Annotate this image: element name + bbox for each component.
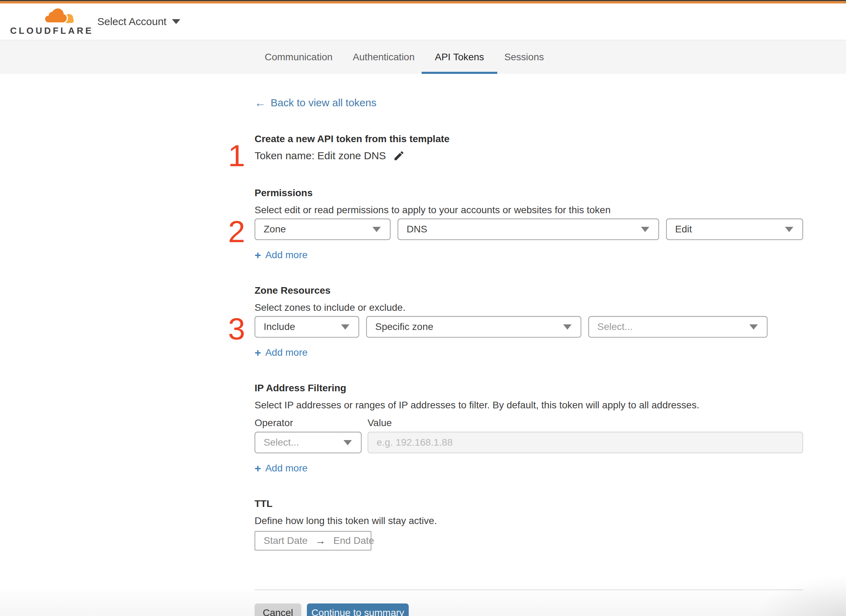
create-token-form: ← Back to view all tokens Create a new A… — [255, 74, 803, 616]
caret-down-icon — [641, 227, 649, 232]
selected-value: Zone — [263, 223, 286, 235]
ttl-date-range-picker[interactable]: Start Date → End Date — [255, 531, 371, 550]
permission-access-select[interactable]: Edit — [666, 219, 803, 240]
cloudflare-wordmark: CLOUDFLARE — [10, 25, 77, 36]
brand-accent-bar — [0, 1, 846, 3]
caret-down-icon — [563, 324, 572, 330]
chevron-down-icon — [172, 19, 180, 24]
tab-api-tokens[interactable]: API Tokens — [435, 40, 484, 74]
account-selector-label: Select Account — [97, 15, 166, 28]
caret-down-icon — [343, 440, 352, 445]
ip-filtering-labels: Operator Value — [255, 417, 803, 429]
continue-to-summary-button[interactable]: Continue to summary — [307, 603, 409, 616]
profile-tabbar: Communication Authentication API Tokens … — [0, 40, 846, 74]
caret-down-icon — [372, 227, 381, 232]
arrow-left-icon: ← — [255, 97, 266, 109]
caret-down-icon — [749, 324, 758, 330]
operator-label: Operator — [255, 417, 362, 429]
permissions-row: 2 Zone DNS Edit — [255, 219, 803, 240]
add-more-label: Add more — [265, 249, 308, 261]
tab-label: Sessions — [504, 51, 544, 63]
tab-label: Authentication — [353, 51, 415, 63]
zone-type-select[interactable]: Specific zone — [366, 316, 581, 337]
selected-value: Specific zone — [375, 321, 434, 333]
add-more-label: Add more — [265, 347, 308, 358]
ip-filtering-description: Select IP addresses or ranges of IP addr… — [255, 399, 803, 411]
token-name-row: 1 Token name: Edit zone DNS — [255, 148, 803, 163]
selected-value: Include — [263, 321, 295, 333]
back-to-tokens-link[interactable]: ← Back to view all tokens — [255, 97, 376, 109]
ttl-heading: TTL — [255, 498, 803, 510]
caret-down-icon — [785, 227, 793, 232]
plus-icon: + — [255, 348, 261, 358]
tab-label: Communication — [265, 51, 333, 63]
cancel-button[interactable]: Cancel — [255, 603, 301, 616]
back-link-label: Back to view all tokens — [271, 97, 376, 109]
permissions-heading: Permissions — [255, 187, 803, 199]
selected-value: DNS — [407, 223, 427, 235]
footer-actions: Cancel Continue to summary — [255, 603, 803, 616]
header: CLOUDFLARE Select Account — [0, 3, 846, 40]
token-name-text: Token name: Edit zone DNS — [255, 150, 386, 162]
plus-icon: + — [255, 463, 261, 473]
cloudflare-cloud-icon — [42, 7, 78, 24]
cloudflare-logo[interactable]: CLOUDFLARE — [10, 7, 77, 36]
pencil-icon — [393, 150, 405, 162]
permission-category-select[interactable]: DNS — [397, 219, 659, 240]
zone-picker-select[interactable]: Select... — [588, 316, 768, 337]
permission-scope-select[interactable]: Zone — [255, 219, 391, 240]
plus-icon: + — [255, 250, 261, 260]
ip-filtering-add-more-link[interactable]: + Add more — [255, 462, 308, 474]
arrow-right-icon: → — [315, 534, 326, 547]
ip-filtering-heading: IP Address Filtering — [255, 382, 803, 394]
value-label: Value — [368, 417, 392, 429]
zone-resources-row: 3 Include Specific zone Select... — [255, 316, 803, 337]
ttl-description: Define how long this token will stay act… — [255, 515, 803, 527]
selected-value: Edit — [675, 223, 692, 235]
start-date-placeholder: Start Date — [263, 535, 308, 547]
zone-mode-select[interactable]: Include — [255, 316, 359, 337]
tab-label: API Tokens — [435, 51, 484, 63]
zone-resources-description: Select zones to include or exclude. — [255, 302, 803, 314]
account-selector[interactable]: Select Account — [97, 15, 180, 28]
add-more-label: Add more — [265, 462, 308, 474]
page-title: Create a new API token from this templat… — [255, 133, 803, 145]
permissions-add-more-link[interactable]: + Add more — [255, 249, 308, 261]
placeholder-value: Select... — [597, 321, 633, 333]
zone-resources-heading: Zone Resources — [255, 285, 803, 296]
ip-filtering-row: Select... — [255, 432, 803, 453]
step-number-1: 1 — [228, 141, 245, 171]
ip-operator-select[interactable]: Select... — [255, 432, 362, 453]
tab-communication[interactable]: Communication — [265, 40, 333, 74]
step-number-2: 2 — [228, 216, 245, 247]
step-number-3: 3 — [228, 314, 245, 344]
ip-value-input — [368, 432, 803, 453]
permissions-description: Select edit or read permissions to apply… — [255, 204, 803, 216]
end-date-placeholder: End Date — [333, 535, 374, 547]
tab-authentication[interactable]: Authentication — [353, 40, 415, 74]
footer-divider — [255, 590, 803, 590]
zone-resources-add-more-link[interactable]: + Add more — [255, 347, 308, 358]
caret-down-icon — [341, 324, 349, 330]
edit-token-name-button[interactable] — [393, 150, 406, 162]
placeholder-value: Select... — [263, 437, 299, 449]
tab-sessions[interactable]: Sessions — [504, 40, 544, 74]
